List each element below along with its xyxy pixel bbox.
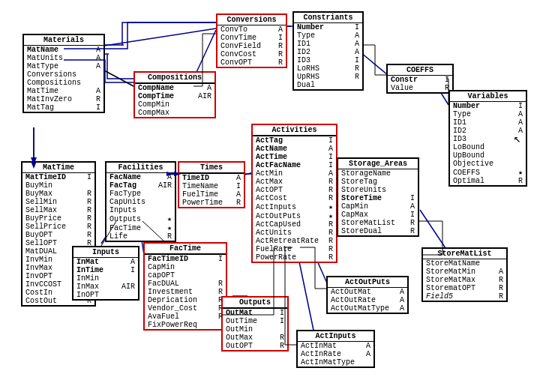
conversions-header: Conversions bbox=[218, 15, 286, 25]
table-row: MatTimeIDI bbox=[24, 173, 93, 181]
table-row: UpBound bbox=[452, 151, 524, 160]
table-row: CompTimeAIR bbox=[136, 92, 213, 100]
table-row: ActCapUsedR bbox=[254, 220, 334, 229]
conversions-entity: Conversions ConvToA ConvTimeI ConvFieldR… bbox=[216, 13, 287, 68]
table-row: CapUnits bbox=[108, 198, 173, 206]
table-row: ID1A bbox=[296, 40, 361, 48]
table-row: StoreTimeI bbox=[340, 194, 416, 202]
diagram-canvas: Materials MatNameA MatUnitsA MatTypeA Co… bbox=[0, 0, 540, 392]
variables-header: Variables bbox=[450, 91, 526, 102]
constraints-entity: Constriants NumberI TypeA ID1A ID2A ID3I… bbox=[292, 11, 364, 91]
table-row: PowerRateR bbox=[254, 253, 334, 262]
activities-body: ActTagI ActNameA ActTimeI ActFacNameI Ac… bbox=[253, 136, 336, 262]
table-row: MatTypeA bbox=[26, 62, 102, 70]
factime-header: FacTime bbox=[145, 244, 226, 255]
table-row: ActFacNameI bbox=[254, 161, 334, 169]
table-row: TimeNameI bbox=[181, 182, 242, 190]
materials-entity: Materials MatNameA MatUnitsA MatTypeA Co… bbox=[22, 34, 105, 113]
table-row: ConstrI bbox=[389, 76, 451, 84]
table-row: ConvTimeI bbox=[219, 34, 284, 42]
table-row: UpRHSR bbox=[296, 73, 361, 81]
mouse-cursor: ↖ bbox=[514, 131, 521, 146]
table-row: ActUnitsR bbox=[254, 229, 334, 237]
table-row: CapMaxI bbox=[340, 211, 416, 219]
table-row: InvestmentR bbox=[146, 288, 224, 296]
table-row: ActMaxR bbox=[254, 178, 334, 186]
table-row: SellMinR bbox=[24, 198, 93, 206]
table-row: TypeA bbox=[296, 31, 361, 40]
table-row: ConvCostR bbox=[219, 50, 284, 58]
table-row: ActOutMatTypeA bbox=[329, 304, 406, 313]
table-row: FacType bbox=[108, 190, 173, 198]
table-row: OutMaxR bbox=[224, 334, 286, 342]
conversions-body: ConvToA ConvTimeI ConvFieldR ConvCostR C… bbox=[218, 25, 286, 67]
table-row: StorageName bbox=[340, 169, 416, 178]
table-row: Objective bbox=[452, 160, 524, 168]
mattime-header: MatTime bbox=[22, 163, 94, 173]
compositions-header: Compositions bbox=[135, 73, 214, 84]
actinputs-body: ActInMatA ActInRateA ActInMatType bbox=[298, 342, 374, 367]
table-row: PowerTimeR bbox=[181, 199, 242, 207]
table-row: DepricationR bbox=[146, 296, 224, 304]
table-row: StoreDualR bbox=[340, 227, 416, 235]
inputs-body: InMatA InTimeI InMin InMaxAIR InOPT bbox=[74, 258, 138, 299]
activities-header: Activities bbox=[253, 125, 336, 136]
compositions-body: CompNameA CompTimeAIR CompMin CompMax bbox=[135, 84, 214, 117]
table-row: FuelRateR bbox=[254, 245, 334, 253]
table-row: ActOutRateA bbox=[329, 296, 406, 304]
facilities-header: Facilities bbox=[106, 163, 175, 173]
table-row: OutTimeI bbox=[224, 317, 286, 325]
table-row: CompNameA bbox=[136, 84, 213, 92]
table-row: StoreUnits bbox=[340, 186, 416, 194]
table-row: COEFFS★ bbox=[452, 168, 524, 177]
coeffs-header: COEFFS bbox=[388, 65, 452, 76]
materials-header: Materials bbox=[24, 35, 104, 46]
table-row: FacTagAIR bbox=[108, 181, 173, 190]
compositions-entity: Compositions CompNameA CompTimeAIR CompM… bbox=[134, 71, 216, 118]
actoutputs-entity: ActOutPuts ActOutMatA ActOutRateA ActOut… bbox=[326, 276, 409, 314]
times-body: TimeIDA TimeNameI FuelTimeA PowerTimeR bbox=[179, 174, 244, 207]
table-row: InMatA bbox=[75, 258, 136, 266]
table-row: LifeR bbox=[108, 232, 173, 241]
table-row: AvaFuelR bbox=[146, 313, 224, 321]
table-row: ActTagI bbox=[254, 136, 334, 145]
table-row: ConvToA bbox=[219, 25, 284, 34]
table-row: ActNameA bbox=[254, 145, 334, 153]
table-row: FacTimeIDI bbox=[146, 255, 224, 263]
table-row: LoRHSR bbox=[296, 64, 361, 73]
table-row: ID2A bbox=[296, 48, 361, 56]
table-row: TimeIDA bbox=[181, 174, 242, 182]
table-row: ID3I bbox=[296, 56, 361, 64]
times-entity: Times TimeIDA TimeNameI FuelTimeA PowerT… bbox=[178, 161, 245, 208]
outputs-entity: Outputs OutMatI OutTimeI OutMin OutMaxR … bbox=[221, 296, 289, 352]
table-row: ActInMatType bbox=[299, 358, 372, 367]
table-row: FacTime★ bbox=[108, 223, 173, 232]
table-row: MatInvZeroR bbox=[26, 95, 102, 103]
table-row: ActTimeI bbox=[254, 153, 334, 161]
factime-entity: FacTime FacTimeIDI CapMin capOPT FacDUAL… bbox=[143, 242, 227, 331]
factime-body: FacTimeIDI CapMin capOPT FacDUALR Invest… bbox=[145, 255, 226, 329]
table-row: SellMaxR bbox=[24, 206, 93, 214]
table-row: ActCostR bbox=[254, 194, 334, 202]
outputs-header: Outputs bbox=[223, 298, 287, 309]
table-row: ID1A bbox=[452, 118, 524, 127]
table-row: ActInRateA bbox=[299, 350, 372, 358]
table-row: NumberI bbox=[452, 102, 524, 110]
table-row: Vendor_CostR bbox=[146, 304, 224, 313]
table-row: ActOutMatA bbox=[329, 288, 406, 296]
activities-entity: Activities ActTagI ActNameA ActTimeI Act… bbox=[251, 124, 338, 263]
storematlist-body: StoreMatName StoreMatMinA StoreMatMaxR S… bbox=[423, 259, 506, 301]
table-row: capOPT bbox=[146, 271, 224, 280]
table-row: OptimalR bbox=[452, 177, 524, 185]
storematlist-header: StoreMatList bbox=[423, 249, 506, 259]
actoutputs-body: ActOutMatA ActOutRateA ActOutMatTypeA bbox=[328, 288, 407, 313]
table-row: CapMinA bbox=[340, 202, 416, 211]
table-row: StoreMatMaxR bbox=[424, 276, 505, 284]
table-row: OutOPTR bbox=[224, 342, 286, 350]
outputs-body: OutMatI OutTimeI OutMin OutMaxR OutOPTR bbox=[223, 309, 287, 350]
table-row: MatTimeA bbox=[26, 87, 102, 95]
table-row: Field5R bbox=[424, 292, 505, 301]
table-row: FacDUALR bbox=[146, 280, 224, 288]
table-row: ActRetreatRateR bbox=[254, 237, 334, 245]
constraints-header: Constriants bbox=[294, 13, 362, 23]
